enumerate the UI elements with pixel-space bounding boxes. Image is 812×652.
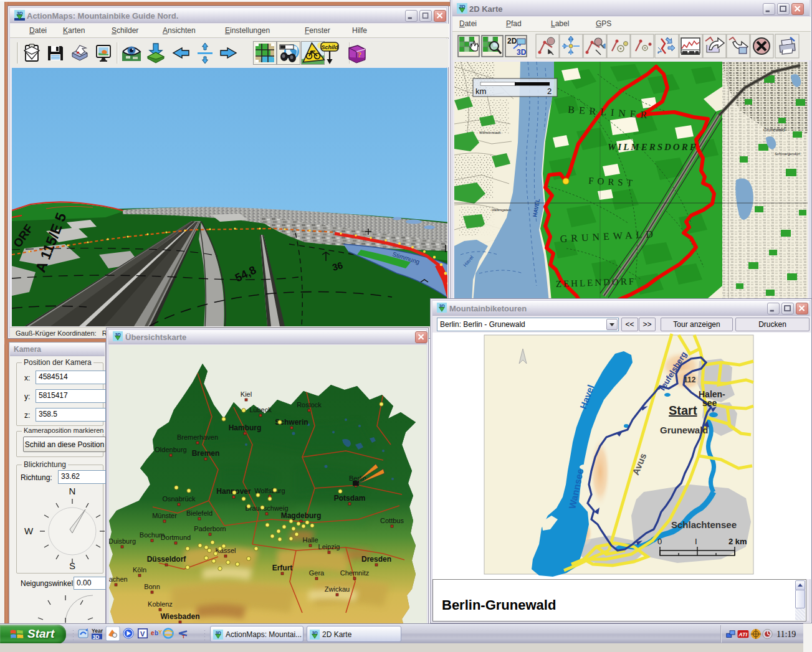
- svg-text:W: W: [24, 526, 34, 536]
- svg-text:Dresden: Dresden: [361, 555, 391, 564]
- svg-text:2 km: 2 km: [728, 537, 747, 546]
- svg-text:ATI: ATI: [738, 631, 747, 638]
- svg-text:Münster: Münster: [152, 512, 177, 519]
- svg-text:Schild: Schild: [321, 44, 338, 50]
- svg-text:Kiel: Kiel: [241, 390, 252, 398]
- svg-text:Grunewald: Grunewald: [660, 425, 709, 435]
- svg-text:Y: Y: [158, 629, 162, 635]
- svg-text:112: 112: [684, 376, 696, 384]
- svg-text:Wiesbaden: Wiesbaden: [160, 612, 199, 621]
- svg-text:3D: 3D: [517, 48, 527, 57]
- svg-text:Grunewald: Grunewald: [763, 128, 785, 132]
- svg-text:Koblenz: Koblenz: [148, 600, 173, 608]
- svg-text:Bremerhaven: Bremerhaven: [177, 433, 218, 441]
- svg-text:Start: Start: [669, 404, 697, 417]
- svg-text:Erfurt: Erfurt: [272, 564, 293, 572]
- svg-text:Hamburg: Hamburg: [229, 423, 262, 432]
- svg-text:Halle: Halle: [302, 536, 318, 544]
- svg-text:Schlachtensee: Schlachtensee: [671, 519, 737, 530]
- svg-text:2: 2: [547, 87, 552, 96]
- svg-text:Paderborn: Paderborn: [194, 525, 226, 532]
- svg-text:Köln: Köln: [133, 566, 146, 574]
- svg-text:Wilhelmstadt: Wilhelmstadt: [479, 131, 501, 135]
- svg-text:Year: Year: [92, 628, 103, 634]
- svg-text:Zwickau: Zwickau: [325, 585, 350, 593]
- svg-text:Duisburg: Duisburg: [109, 537, 136, 545]
- svg-text:WILMERSDORF: WILMERSDORF: [608, 142, 698, 152]
- svg-text:Hafengaten: Hafengaten: [492, 208, 511, 212]
- svg-text:Cottbus: Cottbus: [380, 517, 404, 524]
- svg-text:Bielefeld: Bielefeld: [186, 509, 213, 517]
- svg-text:Oldenburg: Oldenburg: [155, 446, 186, 453]
- svg-text:T: T: [182, 634, 185, 640]
- svg-text:0: 0: [657, 537, 662, 546]
- svg-text:3D: 3D: [93, 634, 100, 640]
- svg-text:Bremen: Bremen: [192, 449, 220, 458]
- svg-text:Gera: Gera: [309, 569, 325, 577]
- svg-text:Düsseldorf: Düsseldorf: [147, 555, 187, 564]
- svg-text:Dortmund: Dortmund: [161, 534, 191, 541]
- svg-text:km: km: [475, 87, 486, 96]
- svg-text:Chemnitz: Chemnitz: [340, 569, 369, 577]
- svg-text:N: N: [69, 486, 76, 496]
- svg-text:Lübeck: Lübeck: [249, 406, 272, 413]
- svg-text:Bonn: Bonn: [144, 583, 160, 590]
- svg-text:I: I: [695, 537, 697, 546]
- svg-text:Schmargendorf: Schmargendorf: [775, 152, 800, 156]
- svg-text:Osnabrück: Osnabrück: [162, 495, 196, 503]
- svg-text:Aachen: Aachen: [109, 575, 128, 583]
- svg-text:Magdeburg: Magdeburg: [281, 511, 322, 520]
- svg-text:Potsdam: Potsdam: [334, 494, 366, 503]
- svg-text:2D: 2D: [507, 37, 517, 45]
- svg-text:?: ?: [358, 50, 362, 59]
- svg-text:V: V: [140, 630, 145, 638]
- svg-text:Rostock: Rostock: [297, 401, 322, 409]
- svg-text:see: see: [702, 398, 717, 408]
- svg-text:Leipzig: Leipzig: [318, 543, 340, 550]
